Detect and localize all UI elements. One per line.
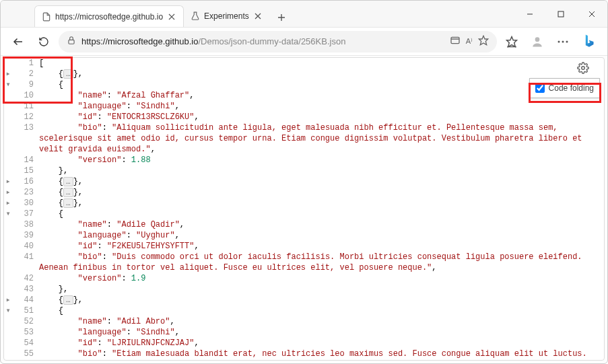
gear-icon[interactable]: [577, 62, 590, 75]
new-tab-button[interactable]: [272, 8, 291, 27]
app-icon[interactable]: [450, 35, 461, 48]
code-line: 1[: [4, 58, 604, 69]
code-line: 40 "id": "F2KEU5L7EHYSYFTT",: [4, 241, 604, 252]
close-icon[interactable]: [253, 11, 263, 21]
line-number: 13: [12, 122, 39, 133]
code-text: "version": 1.88: [39, 155, 604, 166]
code-folding-checkbox[interactable]: [535, 83, 545, 93]
code-text: {…},: [39, 198, 604, 209]
tab-1[interactable]: https://microsoftedge.github.io: [34, 5, 184, 27]
code-line: 14 "version": 1.88: [4, 155, 604, 166]
json-scroll[interactable]: 1[▸2 {…},▾9 {10 "name": "Afzal Ghaffar",…: [4, 58, 604, 360]
line-number: 55: [12, 349, 39, 359]
back-button[interactable]: [7, 31, 29, 52]
code-text: {: [39, 209, 604, 219]
toolbar: https://microsoftedge.github.io/Demos/js…: [1, 28, 607, 56]
svg-marker-15: [479, 36, 487, 44]
tab-2[interactable]: Experiments: [184, 5, 269, 27]
code-text: },: [39, 284, 604, 295]
close-icon[interactable]: [167, 12, 176, 22]
code-text: [: [39, 58, 604, 69]
code-text: "id": "ENTOCR13RSCLZ6KU",: [39, 112, 604, 122]
line-number: 41: [12, 252, 39, 262]
line-number: 40: [12, 241, 39, 252]
fold-expanded-icon[interactable]: ▾: [4, 209, 12, 219]
code-text: "language": "Sindhi",: [39, 327, 604, 338]
code-line: ▸30 {…},: [4, 198, 604, 209]
code-line: 15 },: [4, 166, 604, 176]
line-number: 12: [12, 112, 39, 122]
code-text: {: [39, 79, 604, 90]
line-number: 54: [12, 338, 39, 349]
tab-label: Experiments: [204, 11, 249, 21]
code-text: },: [39, 166, 604, 176]
line-number: 52: [12, 316, 39, 327]
tab-strip: https://microsoftedge.github.io Experime…: [1, 1, 514, 27]
fold-collapsed-icon[interactable]: ▸: [4, 295, 12, 305]
page-icon: [42, 12, 51, 22]
line-number: 51: [12, 305, 39, 316]
close-window-button[interactable]: [576, 1, 607, 27]
code-line: 39 "language": "Uyghur",: [4, 230, 604, 241]
profile-button[interactable]: [527, 31, 548, 52]
flask-icon: [191, 11, 200, 21]
bing-button[interactable]: [578, 30, 601, 53]
code-line: ▸16 {…},: [4, 176, 604, 187]
fold-collapsed-icon[interactable]: ▸: [4, 69, 12, 79]
line-number: 15: [12, 166, 39, 176]
menu-button[interactable]: [552, 31, 574, 52]
favorites-button[interactable]: [501, 31, 522, 52]
code-text: "id": "F2KEU5L7EHYSYFTT",: [39, 241, 604, 252]
maximize-button[interactable]: [545, 1, 576, 27]
line-number: 2: [12, 69, 39, 79]
line-number: 14: [12, 155, 39, 166]
code-text: "bio": "Duis commodo orci ut dolor iacul…: [39, 252, 604, 273]
fold-collapsed-icon[interactable]: ▸: [4, 187, 12, 198]
code-line: 11 "language": "Sindhi",: [4, 101, 604, 112]
line-number: 30: [12, 198, 39, 209]
address-bar[interactable]: https://microsoftedge.github.io/Demos/js…: [59, 31, 497, 52]
code-text: "language": "Uyghur",: [39, 230, 604, 241]
line-number: 23: [12, 187, 39, 198]
code-text: "name": "Afzal Ghaffar",: [39, 90, 604, 101]
fold-collapsed-icon[interactable]: ▸: [4, 198, 12, 209]
code-line: ▸2 {…},: [4, 69, 604, 79]
line-number: 39: [12, 230, 39, 241]
code-folding-label[interactable]: Code folding: [549, 83, 594, 94]
svg-rect-12: [69, 40, 74, 44]
code-text: {…},: [39, 69, 604, 79]
svg-point-21: [566, 40, 568, 42]
code-text: "version": 1.9: [39, 273, 604, 284]
code-line: 52 "name": "Adil Abro",: [4, 316, 604, 327]
code-text: "name": "Adil Abro",: [39, 316, 604, 327]
code-line: 41 "bio": "Duis commodo orci ut dolor ia…: [4, 252, 604, 273]
fold-expanded-icon[interactable]: ▾: [4, 79, 12, 90]
code-text: "name": "Adile Qadir",: [39, 219, 604, 230]
code-text: "bio": "Etiam malesuada blandit erat, ne…: [39, 349, 604, 360]
read-aloud-icon[interactable]: A⁾: [466, 37, 473, 46]
line-number: 10: [12, 90, 39, 101]
svg-marker-16: [507, 36, 517, 46]
minimize-button[interactable]: [514, 1, 545, 27]
line-number: 1: [12, 58, 39, 69]
svg-rect-13: [451, 37, 459, 43]
svg-point-18: [535, 37, 540, 42]
svg-rect-8: [558, 11, 564, 17]
code-text: {…},: [39, 187, 604, 198]
favorite-icon[interactable]: [478, 35, 489, 48]
fold-expanded-icon[interactable]: ▾: [4, 305, 12, 316]
code-text: {: [39, 305, 604, 316]
code-line: 55 "bio": "Etiam malesuada blandit erat,…: [4, 349, 604, 360]
code-line: 12 "id": "ENTOCR13RSCLZ6KU",: [4, 112, 604, 122]
code-line: 42 "version": 1.9: [4, 273, 604, 284]
code-line: 53 "language": "Sindhi",: [4, 327, 604, 338]
fold-collapsed-icon[interactable]: ▸: [4, 176, 12, 187]
line-number: 44: [12, 295, 39, 305]
refresh-button[interactable]: [33, 31, 55, 52]
code-text: "language": "Sindhi",: [39, 101, 604, 112]
svg-point-19: [558, 40, 560, 42]
code-line: ▾9 {: [4, 79, 604, 90]
code-line: 54 "id": "LJRIULRNJFCNZJAJ",: [4, 338, 604, 349]
line-number: 16: [12, 176, 39, 187]
settings-panel: Code folding: [529, 78, 600, 98]
